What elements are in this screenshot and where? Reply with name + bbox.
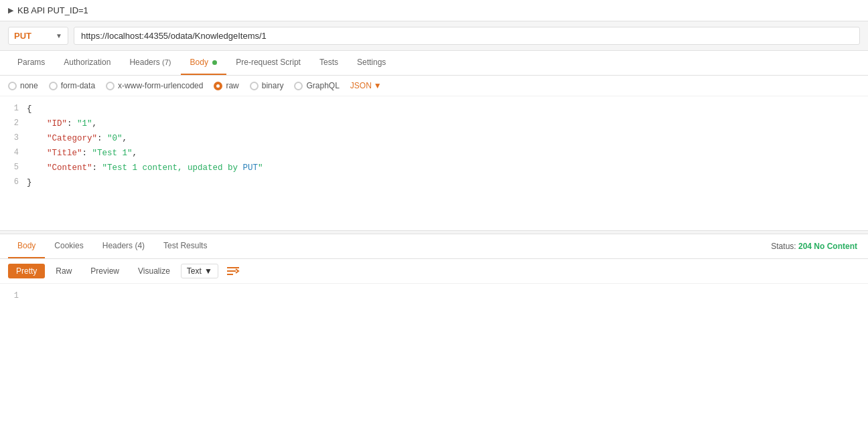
code-line: 4 "Title": "Test 1", xyxy=(0,146,868,161)
body-type-none[interactable]: none xyxy=(8,81,38,90)
visualize-button[interactable]: Visualize xyxy=(130,264,178,278)
preview-button[interactable]: Preview xyxy=(82,264,127,278)
response-tab-cookies[interactable]: Cookies xyxy=(45,234,92,258)
line-number: 4 xyxy=(0,147,27,159)
tab-headers[interactable]: Headers (7) xyxy=(120,51,180,75)
tab-body[interactable]: Body xyxy=(181,51,227,75)
code-editor[interactable]: 1{2 "ID": "1",3 "Category": "0",4 "Title… xyxy=(0,96,868,230)
request-title: KB API PUT_ID=1 xyxy=(17,5,88,15)
line-content: "Content": "Test 1 content, updated by P… xyxy=(27,161,868,175)
pretty-button[interactable]: Pretty xyxy=(8,264,45,278)
response-tabs-bar: Body Cookies Headers (4) Test Results St… xyxy=(0,234,868,259)
body-type-raw[interactable]: raw xyxy=(214,81,238,90)
response-section: Body Cookies Headers (4) Test Results St… xyxy=(0,234,868,309)
request-tabs-bar: Params Authorization Headers (7) Body Pr… xyxy=(0,51,868,76)
code-line: 3 "Category": "0", xyxy=(0,131,868,146)
response-line-1: 1 xyxy=(0,289,868,303)
code-line: 2 "ID": "1", xyxy=(0,116,868,131)
title-bar: ▶ KB API PUT_ID=1 xyxy=(0,0,868,21)
line-content: "Title": "Test 1", xyxy=(27,147,868,160)
response-tab-test-results[interactable]: Test Results xyxy=(154,234,216,258)
raw-button[interactable]: Raw xyxy=(48,264,80,278)
line-content: "Category": "0", xyxy=(27,132,868,145)
tab-prerequest[interactable]: Pre-request Script xyxy=(226,51,310,75)
body-type-urlencoded[interactable]: x-www-form-urlencoded xyxy=(106,81,203,90)
line-number: 6 xyxy=(0,176,27,189)
line-content: } xyxy=(27,176,868,189)
radio-raw xyxy=(214,82,222,90)
code-line: 1{ xyxy=(0,102,868,116)
radio-none xyxy=(8,82,17,90)
method-chevron-icon: ▼ xyxy=(56,32,62,39)
response-tab-headers[interactable]: Headers (4) xyxy=(93,234,154,258)
response-status: Status: 204 No Content xyxy=(771,242,860,251)
body-dot-indicator xyxy=(212,60,217,65)
body-type-form-data[interactable]: form-data xyxy=(49,81,95,90)
tab-params[interactable]: Params xyxy=(8,51,54,75)
tab-authorization[interactable]: Authorization xyxy=(54,51,120,75)
radio-binary xyxy=(250,82,259,90)
url-input[interactable] xyxy=(74,27,860,45)
method-label: PUT xyxy=(14,31,31,41)
body-type-graphql[interactable]: GraphQL xyxy=(294,81,339,90)
radio-urlencoded xyxy=(106,82,115,90)
wrap-lines-icon[interactable] xyxy=(221,263,245,279)
body-type-binary[interactable]: binary xyxy=(250,81,284,90)
line-number: 2 xyxy=(0,117,27,130)
title-arrow: ▶ xyxy=(8,6,13,15)
radio-form-data xyxy=(49,82,58,90)
code-line: 5 "Content": "Test 1 content, updated by… xyxy=(0,161,868,175)
code-line: 6} xyxy=(0,175,868,190)
line-number: 5 xyxy=(0,161,27,174)
text-chevron-icon: ▼ xyxy=(204,266,212,276)
response-tab-body[interactable]: Body xyxy=(8,234,45,258)
url-bar: PUT ▼ xyxy=(0,21,868,51)
method-selector[interactable]: PUT ▼ xyxy=(8,27,68,45)
body-type-row: none form-data x-www-form-urlencoded raw… xyxy=(0,76,868,96)
tab-tests[interactable]: Tests xyxy=(310,51,348,75)
line-number: 3 xyxy=(0,132,27,145)
line-content: "ID": "1", xyxy=(27,117,868,131)
response-content: 1 xyxy=(0,284,868,309)
response-toolbar: Pretty Raw Preview Visualize Text ▼ xyxy=(0,259,868,284)
format-chevron-icon: ▼ xyxy=(374,81,382,90)
status-code: 204 No Content xyxy=(798,242,857,251)
text-format-selector[interactable]: Text ▼ xyxy=(181,264,218,278)
line-content: { xyxy=(27,102,868,116)
line-number: 1 xyxy=(0,102,27,115)
raw-format-selector[interactable]: JSON ▼ xyxy=(350,81,382,90)
response-line-num: 1 xyxy=(0,290,27,303)
tab-settings[interactable]: Settings xyxy=(348,51,395,75)
radio-graphql xyxy=(294,82,303,90)
